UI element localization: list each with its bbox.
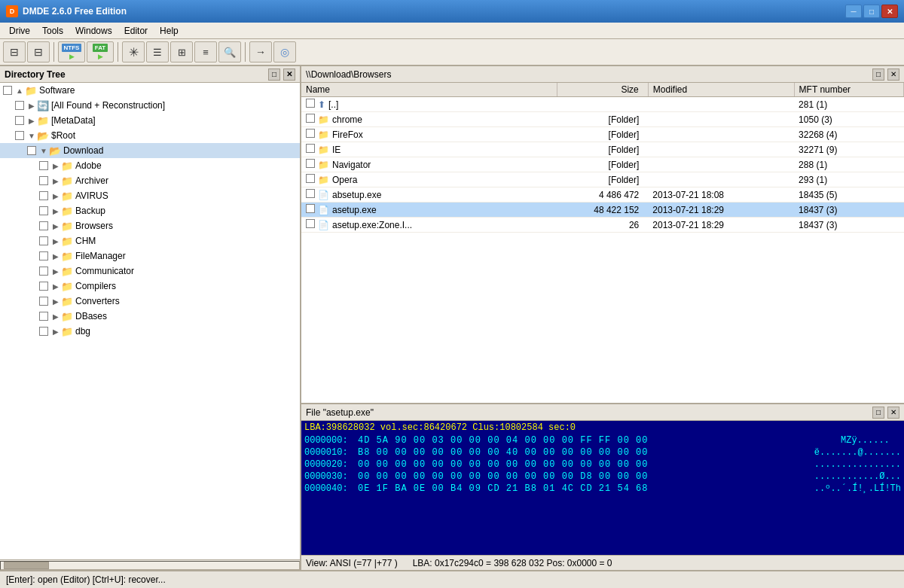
minimize-button[interactable]: ─ <box>845 5 862 18</box>
col-header-modified[interactable]: Modified <box>648 83 794 97</box>
menu-tools[interactable]: Tools <box>36 24 69 38</box>
tree-item-compilers[interactable]: ▶ 📁 Compilers <box>0 279 300 294</box>
tb-open-drive-btn[interactable]: ⊟ <box>3 41 26 62</box>
tb-grid-btn[interactable]: ⊞ <box>170 41 193 62</box>
tree-check-dbases[interactable] <box>39 312 48 321</box>
tree-exp-software[interactable]: ▲ <box>15 86 24 95</box>
tree-exp-sroot[interactable]: ▼ <box>27 131 36 140</box>
tree-item-filemanager[interactable]: ▶ 📁 FileManager <box>0 248 300 264</box>
tree-exp-metadata[interactable]: ▶ <box>27 116 36 125</box>
row-checkbox[interactable] <box>306 159 315 168</box>
menu-editor[interactable]: Editor <box>118 24 154 38</box>
tree-exp-communicator[interactable]: ▶ <box>51 267 60 276</box>
tree-exp-allfound[interactable]: ▶ <box>27 101 36 110</box>
tree-check-dbg[interactable] <box>39 327 48 336</box>
tree-item-archiver[interactable]: ▶ 📁 Archiver <box>0 173 300 188</box>
row-checkbox[interactable] <box>306 129 315 138</box>
maximize-button[interactable]: □ <box>863 5 880 18</box>
tree-check-converters[interactable] <box>39 297 48 306</box>
tree-exp-avirus[interactable]: ▶ <box>51 191 60 200</box>
tree-exp-filemanager[interactable]: ▶ <box>51 251 60 260</box>
tree-item-dbg[interactable]: ▶ 📁 dbg <box>0 324 300 339</box>
row-checkbox[interactable] <box>306 204 315 213</box>
row-checkbox[interactable] <box>306 174 315 183</box>
tree-exp-adobe[interactable]: ▶ <box>51 161 60 170</box>
table-row[interactable]: 📁IE [Folder] 32271 (9) <box>301 142 904 157</box>
hex-close-btn[interactable]: ✕ <box>887 407 899 419</box>
tree-item-adobe[interactable]: ▶ 📁 Adobe <box>0 158 300 173</box>
tree-item-browsers[interactable]: ▶ 📁 Browsers <box>0 218 300 233</box>
tree-item-communicator[interactable]: ▶ 📁 Communicator <box>0 264 300 279</box>
tree-exp-dbases[interactable]: ▶ <box>51 312 60 321</box>
dir-tree-content[interactable]: ▲ 📁 Software ▶ 🔄 [All Found + Reconstruc… <box>0 83 300 559</box>
tb-list-btn[interactable]: ☰ <box>146 41 169 62</box>
tree-exp-converters[interactable]: ▶ <box>51 297 60 306</box>
menu-windows[interactable]: Windows <box>69 24 118 38</box>
tree-item-sroot[interactable]: ▼ 📂 $Root <box>0 128 300 143</box>
tree-check-software[interactable] <box>3 86 12 95</box>
tree-exp-chm[interactable]: ▶ <box>51 236 60 245</box>
tree-check-adobe[interactable] <box>39 161 48 170</box>
tree-exp-browsers[interactable]: ▶ <box>51 221 60 230</box>
table-row[interactable]: 📄asetup.exe:Zone.I... 26 2013-07-21 18:2… <box>301 218 904 233</box>
dir-tree-close-btn[interactable]: ✕ <box>283 69 295 81</box>
tree-exp-compilers[interactable]: ▶ <box>51 282 60 291</box>
file-list-minimize-btn[interactable]: □ <box>872 69 884 81</box>
tree-exp-dbg[interactable]: ▶ <box>51 327 60 336</box>
close-button[interactable]: ✕ <box>881 5 898 18</box>
tb-fat-btn[interactable]: FAT ▶ <box>87 41 114 62</box>
tree-exp-archiver[interactable]: ▶ <box>51 176 60 185</box>
tree-item-metadata[interactable]: ▶ 📁 [MetaData] <box>0 113 300 128</box>
menu-drive[interactable]: Drive <box>3 24 36 38</box>
tb-dmde-btn[interactable]: ◎ <box>273 41 296 62</box>
tree-check-backup[interactable] <box>39 206 48 215</box>
table-row[interactable]: 📄absetup.exe 4 486 472 2013-07-21 18:08 … <box>301 187 904 203</box>
tree-item-avirus[interactable]: ▶ 📁 AVIRUS <box>0 188 300 203</box>
tb-search-btn[interactable]: 🔍 <box>218 41 241 62</box>
tree-item-dbases[interactable]: ▶ 📁 DBases <box>0 309 300 324</box>
tb-copy-btn[interactable]: → <box>249 41 272 62</box>
tree-item-backup[interactable]: ▶ 📁 Backup <box>0 203 300 218</box>
hex-minimize-btn[interactable]: □ <box>872 407 884 419</box>
tree-check-communicator[interactable] <box>39 267 48 276</box>
row-checkbox[interactable] <box>306 114 315 123</box>
tree-item-converters[interactable]: ▶ 📁 Converters <box>0 294 300 309</box>
tree-exp-download[interactable]: ▼ <box>39 146 48 155</box>
col-header-name[interactable]: Name <box>301 83 557 97</box>
tree-check-avirus[interactable] <box>39 191 48 200</box>
table-row[interactable]: 📁FireFox [Folder] 32268 (4) <box>301 127 904 142</box>
row-checkbox[interactable] <box>306 189 315 198</box>
tree-check-archiver[interactable] <box>39 176 48 185</box>
table-row[interactable]: 📁Opera [Folder] 293 (1) <box>301 172 904 187</box>
tree-check-filemanager[interactable] <box>39 251 48 260</box>
tree-check-compilers[interactable] <box>39 282 48 291</box>
dir-tree-minimize-btn[interactable]: □ <box>268 69 280 81</box>
file-list-close-btn[interactable]: ✕ <box>887 69 899 81</box>
row-checkbox[interactable] <box>306 144 315 153</box>
tb-grid2-btn[interactable]: ≡ <box>194 41 217 62</box>
hex-content[interactable]: LBA:398628032 vol.sec:86420672 Clus:1080… <box>301 421 904 555</box>
tree-item-chm[interactable]: ▶ 📁 CHM <box>0 233 300 248</box>
table-row[interactable]: 📁Navigator [Folder] 288 (1) <box>301 157 904 172</box>
tree-check-download[interactable] <box>27 146 36 155</box>
tree-check-metadata[interactable] <box>15 116 24 125</box>
row-checkbox[interactable] <box>306 219 315 228</box>
tree-check-browsers[interactable] <box>39 221 48 230</box>
table-row[interactable]: 📁chrome [Folder] 1050 (3) <box>301 112 904 127</box>
tb-scan-btn[interactable]: ✳ <box>122 41 145 62</box>
tree-item-allfound[interactable]: ▶ 🔄 [All Found + Reconstruction] <box>0 98 300 113</box>
tree-exp-backup[interactable]: ▶ <box>51 206 60 215</box>
table-row[interactable]: 📄asetup.exe 48 422 152 2013-07-21 18:29 … <box>301 203 904 218</box>
tree-item-software[interactable]: ▲ 📁 Software <box>0 83 300 98</box>
menu-help[interactable]: Help <box>154 24 185 38</box>
tb-save-btn[interactable]: ⊟ <box>27 41 50 62</box>
col-header-mft[interactable]: MFT number <box>794 83 903 97</box>
tree-item-download[interactable]: ▼ 📂 Download <box>0 143 300 158</box>
table-row[interactable]: ⬆[..] 281 (1) <box>301 97 904 112</box>
tb-ntfs-btn[interactable]: NTFS ▶ <box>58 41 85 62</box>
file-list-table[interactable]: Name Size Modified MFT number <box>301 83 904 403</box>
tree-hscroll[interactable] <box>0 559 300 570</box>
col-header-size[interactable]: Size <box>557 83 648 97</box>
row-checkbox[interactable] <box>306 99 315 108</box>
tree-check-sroot[interactable] <box>15 131 24 140</box>
